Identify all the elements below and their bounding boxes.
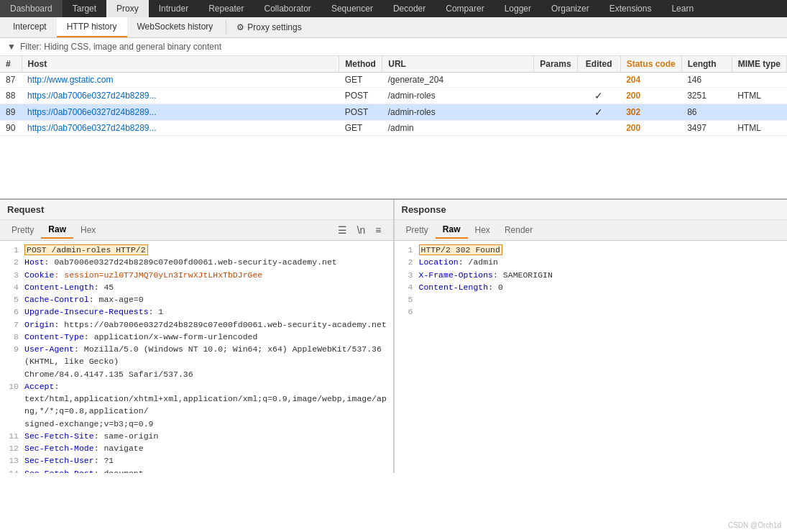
response-tab-raw[interactable]: Raw bbox=[436, 221, 468, 239]
request-tab-raw[interactable]: Raw bbox=[41, 221, 73, 239]
request-line: 11Sec-Fetch-Site: same-origin bbox=[0, 430, 393, 442]
panel-icons: ☰ \n ≡ bbox=[331, 223, 389, 237]
header-val: : same-origin bbox=[94, 431, 159, 441]
tab-websockets-history[interactable]: WebSockets history bbox=[127, 17, 224, 37]
tab-intercept[interactable]: Intercept bbox=[3, 17, 57, 37]
line-content: User-Agent: Mozilla/5.0 (Windows NT 10.0… bbox=[24, 343, 389, 368]
col-header-host: Host bbox=[22, 56, 339, 73]
line-number: 4 bbox=[399, 281, 413, 293]
word-wrap-icon[interactable]: ☰ bbox=[335, 223, 350, 237]
nav-logger[interactable]: Logger bbox=[494, 0, 541, 17]
cell-length: 3497 bbox=[681, 121, 732, 136]
request-tab-pretty[interactable]: Pretty bbox=[4, 222, 41, 238]
request-line: 3Cookie: session=uzl0T7JMQ70yLn3IrwXJtLH… bbox=[0, 269, 393, 281]
line-number: 7 bbox=[4, 318, 19, 331]
table-row[interactable]: 88 https://0ab7006e0327d24b8289... POST … bbox=[0, 88, 787, 104]
nav-target[interactable]: Target bbox=[63, 0, 106, 17]
cell-num: 88 bbox=[0, 88, 22, 104]
top-nav: Dashboard Target Proxy Intruder Repeater… bbox=[0, 0, 787, 17]
line-content: Sec-Fetch-Mode: navigate bbox=[24, 442, 389, 454]
response-line: 5 bbox=[395, 293, 788, 306]
line-number: 2 bbox=[4, 256, 19, 268]
nav-dashboard[interactable]: Dashboard bbox=[0, 0, 63, 17]
table-row[interactable]: 90 https://0ab7006e0327d24b8289... GET /… bbox=[0, 121, 787, 136]
nav-decoder[interactable]: Decoder bbox=[383, 0, 436, 17]
response-line: 2Location: /admin bbox=[395, 256, 788, 268]
tab-separator bbox=[226, 20, 226, 35]
nav-sequencer[interactable]: Sequencer bbox=[321, 0, 383, 17]
cell-host: https://0ab7006e0327d24b8289... bbox=[22, 88, 339, 104]
response-tab-hex[interactable]: Hex bbox=[468, 222, 497, 238]
cell-method: GET bbox=[339, 73, 382, 88]
request-line: signed-exchange;v=b3;q=0.9 bbox=[0, 418, 393, 430]
header-key: Cookie bbox=[24, 270, 54, 280]
line-content: Upgrade-Insecure-Requests: 1 bbox=[24, 306, 389, 318]
nav-intruder[interactable]: Intruder bbox=[149, 0, 198, 17]
request-line: 1POST /admin-roles HTTP/2 bbox=[0, 244, 393, 256]
nav-organizer[interactable]: Organizer bbox=[541, 0, 599, 17]
col-header-url: URL bbox=[382, 56, 534, 73]
request-panel-header: Request bbox=[0, 200, 393, 220]
filter-bar[interactable]: ▼ Filter: Hiding CSS, image and general … bbox=[0, 38, 787, 56]
cell-host: https://0ab7006e0327d24b8289... bbox=[22, 121, 339, 136]
table-header-row: # Host Method URL Params Edited Status c… bbox=[0, 56, 787, 73]
method-highlight: POST /admin-roles HTTP/2 bbox=[24, 244, 148, 255]
line-content: Cookie: session=uzl0T7JMQ70yLn3IrwXJtLHx… bbox=[24, 269, 389, 281]
nav-learn[interactable]: Learn bbox=[661, 0, 704, 17]
settings-gear-icon: ⚙ bbox=[236, 22, 244, 32]
header-key: Content-Type bbox=[24, 332, 84, 341]
cell-params bbox=[534, 104, 577, 121]
cell-method: GET bbox=[339, 121, 382, 136]
request-content: 1POST /admin-roles HTTP/22Host: 0ab7006e… bbox=[0, 241, 393, 473]
header-key: Upgrade-Insecure-Requests bbox=[24, 307, 149, 316]
line-content: POST /admin-roles HTTP/2 bbox=[24, 244, 389, 256]
nav-collaborator[interactable]: Collaborator bbox=[254, 0, 321, 17]
cell-edited: ✓ bbox=[577, 104, 620, 121]
cell-url: /admin-roles bbox=[382, 88, 534, 104]
nav-repeater[interactable]: Repeater bbox=[198, 0, 254, 17]
request-line: 6Upgrade-Insecure-Requests: 1 bbox=[0, 306, 393, 318]
split-panel: Request Pretty Raw Hex ☰ \n ≡ 1POST /adm… bbox=[0, 200, 787, 473]
line-number: 14 bbox=[4, 467, 19, 474]
response-tab-pretty[interactable]: Pretty bbox=[399, 222, 436, 238]
tab-proxy-settings[interactable]: ⚙ Proxy settings bbox=[229, 18, 308, 37]
request-line: text/html,application/xhtml+xml,applicat… bbox=[0, 393, 393, 418]
nav-comparer[interactable]: Comparer bbox=[436, 0, 494, 17]
line-content: Host: 0ab7006e0327d24b8289c07e00fd0061.w… bbox=[24, 256, 389, 268]
filter-icon: ▼ bbox=[7, 42, 16, 52]
header-val: : 0ab7006e0327d24b8289c07e00fd0061.web-s… bbox=[45, 257, 337, 267]
cell-status: 302 bbox=[620, 104, 681, 121]
table-row[interactable]: 87 http://www.gstatic.com GET /generate_… bbox=[0, 73, 787, 88]
newline-icon[interactable]: \n bbox=[354, 223, 369, 237]
line-content: Content-Length: 45 bbox=[24, 281, 389, 293]
table-body: 87 http://www.gstatic.com GET /generate_… bbox=[0, 73, 787, 136]
header-val: : bbox=[54, 382, 59, 391]
nav-proxy[interactable]: Proxy bbox=[106, 0, 149, 17]
cell-url: /admin bbox=[382, 121, 534, 136]
line-number: 8 bbox=[4, 331, 19, 343]
line-number: 6 bbox=[399, 306, 413, 318]
col-header-length: Length bbox=[681, 56, 732, 73]
table-row[interactable]: 89 https://0ab7006e0327d24b8289... POST … bbox=[0, 104, 787, 121]
nav-extensions[interactable]: Extensions bbox=[599, 0, 662, 17]
header-val: : https://0ab7006e0327d24b8289c07e00fd00… bbox=[54, 320, 386, 329]
line-number bbox=[4, 368, 19, 380]
request-line: 7Origin: https://0ab7006e0327d24b8289c07… bbox=[0, 318, 393, 331]
line-number: 10 bbox=[4, 380, 19, 393]
cookie-val: : session=uzl0T7JMQ70yLn3IrwXJtLHxTbDJrG… bbox=[54, 270, 262, 280]
cell-length: 86 bbox=[681, 104, 732, 121]
header-val: : 45 bbox=[94, 283, 114, 292]
request-line: 9User-Agent: Mozilla/5.0 (Windows NT 10.… bbox=[0, 343, 393, 368]
header-key: Host bbox=[24, 257, 45, 267]
header-key: Sec-Fetch-Site bbox=[24, 431, 94, 441]
cell-length: 3251 bbox=[681, 88, 732, 104]
line-content: signed-exchange;v=b3;q=0.9 bbox=[24, 418, 389, 430]
col-header-mime: MIME type bbox=[732, 56, 786, 73]
col-header-status: Status code bbox=[620, 56, 681, 73]
header-key: X-Frame-Options bbox=[419, 270, 494, 280]
request-tab-hex[interactable]: Hex bbox=[73, 222, 103, 238]
response-tab-render[interactable]: Render bbox=[497, 222, 540, 238]
tab-http-history[interactable]: HTTP history bbox=[57, 17, 127, 37]
cell-mime bbox=[732, 104, 786, 121]
more-icon[interactable]: ≡ bbox=[372, 223, 384, 237]
